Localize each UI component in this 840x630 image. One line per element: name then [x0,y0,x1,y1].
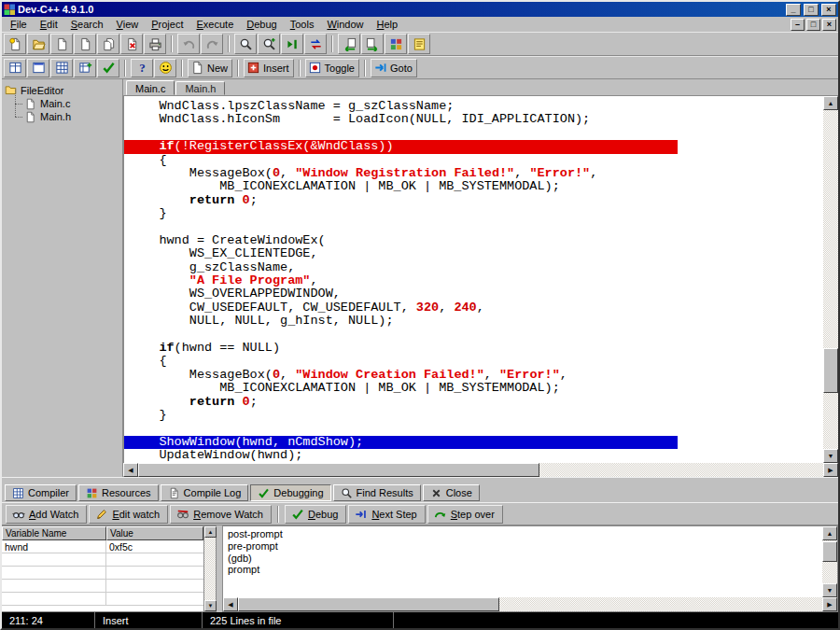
code-line[interactable]: MessageBox(0, "Window Creation Failed!",… [124,369,823,382]
bottom-tab-compile-log[interactable]: Compile Log [161,484,249,501]
editor-vscroll-track[interactable] [823,110,838,449]
scroll-left-icon[interactable]: ◀ [223,597,238,611]
new-item-button[interactable]: New [188,59,232,77]
output-hscroll-track[interactable] [238,597,822,611]
watch-row[interactable]: hwnd0xf5c [2,540,203,553]
save-as-button[interactable] [74,34,96,54]
watch-scrollbar[interactable]: ▲ ▼ [203,526,216,611]
editor-hscroll-track[interactable] [138,463,823,477]
watch-row[interactable] [2,553,203,567]
todo-notes-button[interactable] [408,34,430,54]
tab-main.h[interactable]: Main.h [175,81,225,95]
code-line[interactable]: WndClass.lpszClassName = g_szClassName; [124,100,823,113]
bottom-tab-find-results[interactable]: Find Results [333,484,421,501]
toggle-button[interactable]: Toggle [305,59,359,77]
menu-search[interactable]: Search [64,18,110,32]
add-watch-button[interactable]: Add Watch [6,505,87,524]
code-line[interactable]: MessageBox(0, "Window Registration Faile… [124,167,823,180]
redo-button[interactable] [201,34,223,54]
bottom-tab-resources[interactable]: Resources [78,484,159,501]
output-horizontal-scrollbar[interactable]: ◀ ▶ [223,597,837,611]
goto-button[interactable]: Goto [371,59,417,77]
bottom-tab-compiler[interactable]: Compiler [5,484,77,501]
print-button[interactable] [144,34,166,54]
undo-button[interactable] [177,34,200,54]
output-vscroll-thumb[interactable] [822,541,837,562]
about-button[interactable] [154,59,176,77]
debug-button[interactable]: Debug [285,505,346,524]
goto-prev-button[interactable] [338,34,360,54]
mdi-restore-button[interactable]: □ [806,19,820,31]
code-line[interactable]: "A File Program", [124,274,823,287]
output-vscroll-track[interactable] [822,540,837,583]
code-line[interactable]: return 0; [124,194,823,207]
code-line[interactable] [124,221,823,234]
scroll-right-icon[interactable]: ▶ [822,597,837,611]
bottom-tab-close[interactable]: Close [423,484,480,501]
code-line[interactable]: } [124,207,823,220]
scroll-up-icon[interactable]: ▲ [823,96,838,110]
compile-button[interactable] [4,59,26,77]
code-line[interactable] [124,422,823,435]
edit-watch-button[interactable]: Edit watch [89,505,168,524]
tree-item-main.c[interactable]: Main.c [24,97,122,110]
menu-debug[interactable]: Debug [240,18,283,32]
tab-main.c[interactable]: Main.c [126,80,175,95]
remove-watch-button[interactable]: Remove Watch [170,505,272,524]
scroll-up-icon[interactable]: ▲ [822,526,837,540]
menu-project[interactable]: Project [145,18,189,32]
syntax-check-button[interactable] [97,59,119,77]
menu-help[interactable]: Help [371,18,405,32]
watch-row[interactable] [2,580,203,593]
code-line[interactable]: ShowWindow(hwnd, nCmdShow); [124,436,823,449]
debug-output-text[interactable]: post-promptpre-prompt(gdb)prompt [223,526,822,597]
save-button[interactable] [50,34,73,54]
code-line[interactable]: WS_OVERLAPPEDWINDOW, [124,287,823,301]
open-button[interactable] [27,34,49,54]
editor-horizontal-scrollbar[interactable]: ◀ ▶ [123,463,838,477]
menu-window[interactable]: Window [320,18,370,32]
menu-execute[interactable]: Execute [190,18,241,32]
scroll-left-icon[interactable]: ◀ [123,463,138,477]
code-line[interactable]: g_szClassName, [124,261,823,274]
code-line[interactable]: WS_EX_CLIENTEDGE, [124,247,823,260]
code-line[interactable]: hwnd = CreateWindowEx( [124,234,823,247]
project-blocks-button[interactable] [385,34,407,54]
output-vertical-scrollbar[interactable]: ▲ ▼ [822,526,837,597]
help-button[interactable]: ? [131,59,153,77]
goto-next-button[interactable] [361,34,384,54]
scroll-down-icon[interactable]: ▼ [823,449,838,463]
menu-tools[interactable]: Tools [284,18,321,32]
code-line[interactable]: { [124,154,823,167]
new-source-button[interactable] [4,34,26,54]
menu-edit[interactable]: Edit [34,18,64,32]
watch-scroll-track[interactable] [204,538,216,600]
code-area[interactable]: WndClass.lpszClassName = g_szClassName; … [124,96,823,463]
code-line[interactable]: WndClass.hIconSm = LoadIcon(NULL, IDI_AP… [124,113,823,126]
save-all-button[interactable] [97,34,119,54]
code-line[interactable] [124,127,823,140]
code-line[interactable]: NULL, NULL, g_hInst, NULL); [124,315,823,328]
goto-line-button[interactable] [281,34,303,54]
code-line[interactable]: CW_USEDEFAULT, CW_USEDEFAULT, 320, 240, [124,301,823,315]
code-line[interactable]: UpdateWindow(hwnd); [124,449,823,462]
code-line[interactable]: if(!RegisterClassEx(&WndClass)) [124,140,823,153]
code-line[interactable]: return 0; [124,396,823,409]
replace-button[interactable] [304,34,327,54]
scroll-down-icon[interactable]: ▼ [204,600,217,611]
scroll-down-icon[interactable]: ▼ [822,583,837,597]
editor-vscroll-thumb[interactable] [823,348,838,393]
output-hscroll-thumb[interactable] [238,597,499,611]
close-button[interactable]: × [821,4,836,16]
code-line[interactable] [124,329,823,342]
step-over-button[interactable]: Step over [427,505,503,524]
editor-vertical-scrollbar[interactable]: ▲ ▼ [823,96,838,463]
tree-root-fileeditor[interactable]: FileEditor [5,83,122,97]
tree-item-main.h[interactable]: Main.h [24,110,122,123]
next-step-button[interactable]: Next Step [348,505,425,524]
close-file-button[interactable] [120,34,143,54]
menu-view[interactable]: View [110,18,146,32]
insert-button[interactable]: Insert [244,59,294,77]
find-button[interactable] [234,34,257,54]
code-line[interactable]: } [124,409,823,422]
